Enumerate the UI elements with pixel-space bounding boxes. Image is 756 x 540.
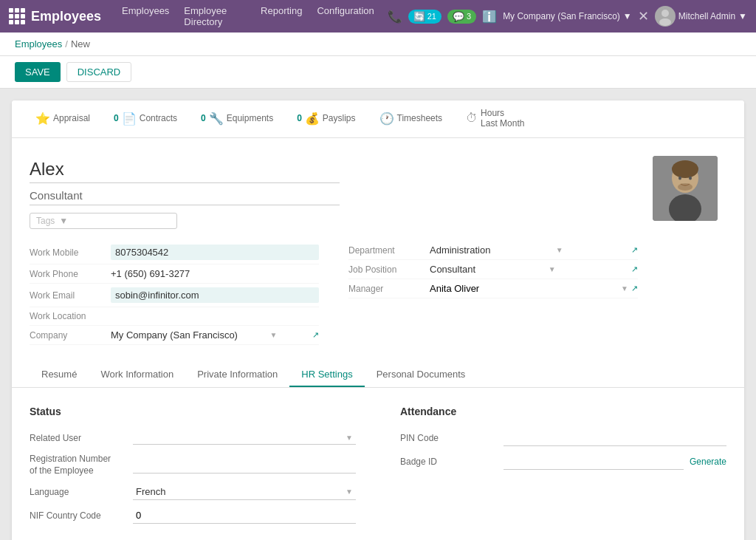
related-user-select[interactable]: ▼ xyxy=(133,431,356,445)
company-select[interactable]: My Company (San Francisco) ▼ ↗ xyxy=(111,329,319,341)
department-label: Department xyxy=(348,245,430,256)
department-select[interactable]: Administration ▼ ↗ xyxy=(430,245,638,256)
breadcrumb-parent[interactable]: Employees xyxy=(15,38,62,49)
sub-tab-hr-settings[interactable]: HR Settings xyxy=(289,363,364,387)
nav-employee-directory[interactable]: Employee Directory xyxy=(178,2,252,30)
work-phone-row: Work Phone +1 (650) 691-3277 xyxy=(30,264,319,284)
employee-title-input[interactable] xyxy=(30,186,340,205)
nav-links: Employees Employee Directory Reporting C… xyxy=(116,2,380,30)
reg-number-field xyxy=(133,457,356,474)
top-navigation: Employees Employees Employee Directory R… xyxy=(0,0,756,33)
phone-icon[interactable]: 📞 xyxy=(388,10,402,24)
employee-name-input[interactable] xyxy=(30,156,340,183)
work-email-input[interactable] xyxy=(111,287,319,303)
employee-fields-grid: Work Mobile Work Phone +1 (650) 691-3277… xyxy=(30,241,638,345)
pin-code-label: PIN Code xyxy=(400,433,504,443)
appraisal-icon: ⭐ xyxy=(35,112,50,126)
employee-form-header: Tags ▼ Work Mobile Work Phone +1 (650) 6… xyxy=(12,138,744,363)
language-field: French ▼ xyxy=(133,484,356,500)
department-value: Administration xyxy=(430,245,490,256)
sub-tab-private-info[interactable]: Private Information xyxy=(185,363,289,387)
pin-code-row: PIN Code xyxy=(400,426,726,450)
work-mobile-input[interactable] xyxy=(111,245,319,260)
nav-reporting[interactable]: Reporting xyxy=(255,2,308,30)
company-row: Company My Company (San Francisco) ▼ ↗ xyxy=(30,326,319,345)
department-row: Department Administration ▼ ↗ xyxy=(348,241,638,260)
svg-point-8 xyxy=(678,183,693,191)
user-menu[interactable]: Mitchell Admin ▼ xyxy=(655,6,747,27)
hr-settings-grid: Status Related User ▼ Registration Numbe… xyxy=(30,406,726,540)
manager-input[interactable] xyxy=(430,283,621,294)
department-arrow: ▼ xyxy=(556,246,563,254)
tags-field[interactable]: Tags ▼ xyxy=(30,213,177,229)
record-card: ⭐ Appraisal 0 📄 Contracts 0 🔧 Equipments… xyxy=(12,100,744,540)
company-value: My Company (San Francisco) xyxy=(111,329,238,341)
employee-main-fields: Tags ▼ Work Mobile Work Phone +1 (650) 6… xyxy=(30,156,638,345)
left-fields: Work Mobile Work Phone +1 (650) 691-3277… xyxy=(30,241,319,345)
department-external-link[interactable]: ↗ xyxy=(631,245,638,255)
related-user-label: Related User xyxy=(30,433,133,443)
badge-id-field: Generate xyxy=(504,454,726,470)
message-icon[interactable]: 💬 3 xyxy=(447,10,476,24)
work-location-label: Work Location xyxy=(30,311,111,321)
manager-select[interactable]: ▼ ↗ xyxy=(430,283,638,294)
reg-number-input[interactable] xyxy=(133,457,356,474)
nav-configuration[interactable]: Configuration xyxy=(311,2,379,30)
nav-employees[interactable]: Employees xyxy=(116,2,175,30)
work-location-row: Work Location xyxy=(30,307,319,326)
contracts-icon: 📄 xyxy=(122,112,137,126)
manager-external-link[interactable]: ↗ xyxy=(631,284,638,293)
save-button[interactable]: SAVE xyxy=(15,62,61,82)
language-value: French xyxy=(136,486,343,497)
breadcrumb-separator: / xyxy=(65,38,68,49)
breadcrumb-current: New xyxy=(71,38,90,49)
work-mobile-row: Work Mobile xyxy=(30,241,319,264)
related-user-arrow: ▼ xyxy=(346,434,353,442)
pin-code-input[interactable] xyxy=(504,430,726,446)
attendance-section: Attendance PIN Code Badge ID Generate xyxy=(400,406,726,540)
badge-id-row: Badge ID Generate xyxy=(400,450,726,474)
tab-hours-last-month[interactable]: ⏱ HoursLast Month xyxy=(454,100,536,137)
manager-arrow: ▼ xyxy=(621,284,628,293)
nif-label: NIF Country Code xyxy=(30,510,133,521)
employee-photo-area[interactable] xyxy=(653,156,726,345)
generate-button[interactable]: Generate xyxy=(690,457,726,467)
user-avatar xyxy=(655,6,676,27)
employee-photo xyxy=(653,156,718,221)
grid-icon[interactable] xyxy=(9,8,25,24)
tab-timesheets[interactable]: 🕐 Timesheets xyxy=(368,100,455,137)
discard-button[interactable]: DISCARD xyxy=(66,62,132,82)
badge-id-input[interactable] xyxy=(504,454,684,470)
tab-equipments[interactable]: 0 🔧 Equipments xyxy=(189,100,285,137)
close-icon[interactable]: ✕ xyxy=(638,8,649,24)
tags-arrow-icon: ▼ xyxy=(59,216,68,226)
app-logo[interactable]: Employees xyxy=(9,8,101,24)
svg-point-6 xyxy=(678,177,681,180)
nif-input[interactable] xyxy=(133,507,356,524)
sub-tab-personal-docs[interactable]: Personal Documents xyxy=(365,363,478,387)
info-icon[interactable]: ℹ️ xyxy=(482,10,497,24)
message-count: 3 xyxy=(467,12,471,21)
language-arrow: ▼ xyxy=(346,488,353,496)
job-position-external-link[interactable]: ↗ xyxy=(631,264,638,274)
language-row: Language French ▼ xyxy=(30,480,356,504)
activity-count: 21 xyxy=(427,12,436,21)
work-email-label: Work Email xyxy=(30,290,111,301)
app-title: Employees xyxy=(31,9,101,24)
company-label: Company xyxy=(30,330,111,341)
related-user-row: Related User ▼ xyxy=(30,426,356,450)
job-position-select[interactable]: Consultant ▼ ↗ xyxy=(430,264,638,275)
language-label: Language xyxy=(30,487,133,497)
language-select[interactable]: French ▼ xyxy=(133,484,356,500)
sub-tab-work-info[interactable]: Work Information xyxy=(89,363,185,387)
sub-tab-resume[interactable]: Resumé xyxy=(30,363,89,387)
company-selector[interactable]: My Company (San Francisco) ▼ xyxy=(503,11,632,21)
tab-appraisal[interactable]: ⭐ Appraisal xyxy=(24,100,102,137)
work-email-row: Work Email xyxy=(30,284,319,307)
tab-contracts[interactable]: 0 📄 Contracts xyxy=(102,100,189,137)
activity-icon[interactable]: 🔄 21 xyxy=(408,10,441,24)
company-external-link[interactable]: ↗ xyxy=(312,330,319,340)
job-position-arrow: ▼ xyxy=(549,265,556,273)
tab-payslips[interactable]: 0 💰 Payslips xyxy=(285,100,367,137)
related-user-field: ▼ xyxy=(133,431,356,445)
